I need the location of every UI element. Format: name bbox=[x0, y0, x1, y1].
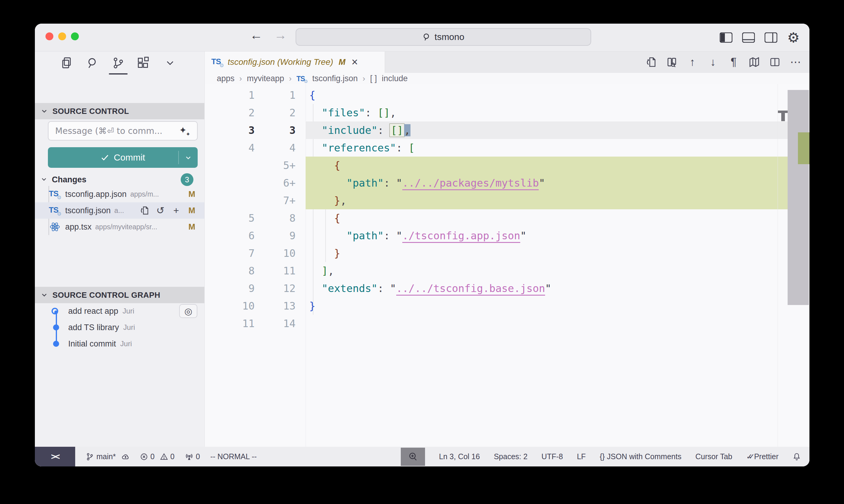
zoom-indicator[interactable] bbox=[401, 448, 425, 466]
modified-badge: M bbox=[189, 206, 195, 215]
toggle-secondary-sidebar-icon[interactable] bbox=[764, 31, 778, 44]
tab-tsconfig-working-tree[interactable]: TS⚙ tsconfig.json (Working Tree) M × bbox=[205, 52, 385, 73]
code-text: { bbox=[309, 157, 340, 174]
open-file-icon[interactable] bbox=[644, 55, 658, 69]
overview-ruler-border bbox=[778, 84, 778, 447]
check-icon bbox=[100, 153, 109, 162]
generate-commit-message-icon[interactable]: ✦✦ bbox=[179, 125, 187, 136]
changes-section-header[interactable]: Changes bbox=[35, 173, 204, 186]
chevron-down-icon bbox=[40, 107, 48, 115]
titlebar: ← → tsmono ⚙ bbox=[35, 24, 809, 52]
code-line[interactable]: 33 "include": [], bbox=[205, 122, 809, 139]
original-line-number: 6 bbox=[205, 227, 255, 245]
command-center-search[interactable]: tsmono bbox=[296, 28, 591, 46]
navigate-back-button[interactable]: ← bbox=[247, 28, 265, 42]
breadcrumb-item[interactable]: include bbox=[382, 74, 408, 83]
maximize-window-button[interactable] bbox=[71, 32, 79, 40]
modified-line-number: 13 bbox=[255, 297, 296, 315]
breadcrumb-item[interactable]: apps bbox=[217, 74, 235, 83]
close-tab-icon[interactable]: × bbox=[352, 56, 358, 69]
source-control-graph-section-header[interactable]: SOURCE CONTROL GRAPH bbox=[35, 287, 204, 303]
code-line[interactable]: 1013} bbox=[205, 297, 809, 315]
split-editor-icon[interactable] bbox=[768, 55, 781, 69]
code-line[interactable]: 912 "extends": "../../tsconfig.base.json… bbox=[205, 280, 809, 297]
change-row-tsconfig-json[interactable]: TS⚙ tsconfig.json a... ↺ + M bbox=[35, 202, 204, 219]
cursor-position-item[interactable]: Ln 3, Col 16 bbox=[439, 452, 480, 461]
branch-status-item[interactable]: main* bbox=[86, 452, 130, 461]
more-views-chevron-icon[interactable] bbox=[161, 55, 178, 71]
goto-current-history-item-button[interactable]: ◎ bbox=[179, 304, 197, 318]
remote-indicator[interactable]: >< bbox=[35, 447, 75, 466]
discard-changes-icon[interactable]: ↺ bbox=[155, 205, 166, 216]
original-line-number: 1 bbox=[205, 86, 255, 104]
original-line-number: 8 bbox=[205, 262, 255, 280]
commit-button[interactable]: Commit bbox=[48, 147, 198, 168]
code-text: } bbox=[309, 245, 340, 262]
next-change-icon[interactable]: ↓ bbox=[706, 55, 720, 69]
tsconfig-file-icon: TS⚙ bbox=[49, 205, 61, 216]
change-row-app-tsx[interactable]: app.tsx apps/myviteapp/sr... M bbox=[35, 219, 204, 235]
open-file-icon[interactable] bbox=[139, 205, 150, 216]
section-title: SOURCE CONTROL bbox=[52, 107, 129, 116]
eol-item[interactable]: LF bbox=[577, 452, 586, 461]
modified-line-number: 12 bbox=[255, 280, 296, 297]
code-line[interactable]: 22 "files": [], bbox=[205, 104, 809, 122]
navigate-forward-button[interactable]: → bbox=[271, 28, 290, 42]
source-control-icon[interactable] bbox=[109, 55, 126, 71]
close-window-button[interactable] bbox=[46, 32, 53, 40]
more-actions-icon[interactable]: ⋯ bbox=[789, 55, 802, 69]
modified-line-number: 11 bbox=[255, 262, 296, 280]
commit-dropdown-chevron-icon[interactable] bbox=[184, 154, 193, 162]
commit-row[interactable]: add react app Juri ◎ bbox=[35, 303, 204, 319]
search-icon[interactable] bbox=[84, 55, 101, 71]
code-line[interactable]: 58 { bbox=[205, 209, 809, 227]
diff-editor-content[interactable]: 11{22 "files": [],33 "include": [],44 "r… bbox=[205, 84, 809, 447]
problems-status-item[interactable]: 0 0 bbox=[140, 452, 175, 461]
previous-change-icon[interactable]: ↑ bbox=[686, 55, 699, 69]
code-line[interactable]: 6+ "path": "../../packages/mytslib" bbox=[205, 174, 809, 192]
code-line[interactable]: 811 ], bbox=[205, 262, 809, 280]
warnings-icon bbox=[160, 453, 168, 461]
language-mode-item[interactable]: {} JSON with Comments bbox=[600, 452, 682, 461]
ports-status-item[interactable]: 0 bbox=[185, 452, 200, 461]
vertical-scrollbar-thumb[interactable] bbox=[788, 90, 809, 305]
double-check-icon: ✓✓ bbox=[746, 452, 751, 461]
code-line[interactable]: 710 } bbox=[205, 245, 809, 262]
commit-row[interactable]: Initial commit Juri bbox=[35, 336, 204, 352]
vim-mode-indicator[interactable]: -- NORMAL -- bbox=[210, 452, 257, 461]
whitespace-pilcrow-icon[interactable]: ¶ bbox=[727, 55, 740, 69]
overview-added-lines-mark bbox=[798, 132, 809, 164]
encoding-item[interactable]: UTF-8 bbox=[541, 452, 563, 461]
change-row-tsconfig-app-json[interactable]: TS⚙ tsconfig.app.json apps/m... M bbox=[35, 186, 204, 202]
code-line[interactable]: 1114 bbox=[205, 315, 809, 332]
explorer-icon[interactable] bbox=[58, 55, 75, 71]
indentation-item[interactable]: Spaces: 2 bbox=[494, 452, 528, 461]
formatter-item[interactable]: ✓✓Prettier bbox=[746, 452, 779, 461]
sync-cloud-icon[interactable] bbox=[121, 452, 130, 461]
code-text: "path": "../../packages/mytslib" bbox=[309, 174, 545, 192]
code-line[interactable]: 11{ bbox=[205, 86, 809, 104]
map-icon[interactable] bbox=[747, 55, 761, 69]
source-control-section-header[interactable]: SOURCE CONTROL bbox=[35, 103, 204, 119]
extensions-icon[interactable] bbox=[135, 55, 152, 71]
toggle-panel-icon[interactable] bbox=[742, 31, 756, 44]
toggle-primary-sidebar-icon[interactable] bbox=[719, 31, 733, 44]
code-line[interactable]: 69 "path": "./tsconfig.app.json" bbox=[205, 227, 809, 245]
breadcrumb-separator: › bbox=[363, 74, 365, 83]
settings-gear-icon[interactable]: ⚙ bbox=[787, 31, 800, 44]
notifications-bell-icon[interactable] bbox=[792, 452, 801, 461]
breadcrumb-item[interactable]: tsconfig.json bbox=[312, 74, 358, 83]
commit-row[interactable]: add TS library Juri bbox=[35, 319, 204, 336]
breadcrumb-separator: › bbox=[240, 74, 242, 83]
commit-message-input[interactable]: Message (⌘⏎ to comm... bbox=[48, 121, 198, 141]
code-line[interactable]: 7+ }, bbox=[205, 192, 809, 209]
stage-changes-icon[interactable]: + bbox=[171, 205, 181, 216]
code-line[interactable]: 5+ { bbox=[205, 157, 809, 174]
code-line[interactable]: 44 "references": [ bbox=[205, 139, 809, 157]
tsconfig-file-icon: TS⚙ bbox=[211, 57, 223, 67]
cursor-tab-item[interactable]: Cursor Tab bbox=[695, 452, 733, 461]
minimize-window-button[interactable] bbox=[58, 32, 66, 40]
breadcrumb-item[interactable]: myviteapp bbox=[247, 74, 284, 83]
original-line-number: 3 bbox=[205, 122, 255, 139]
diff-review-icon[interactable] bbox=[665, 55, 678, 69]
